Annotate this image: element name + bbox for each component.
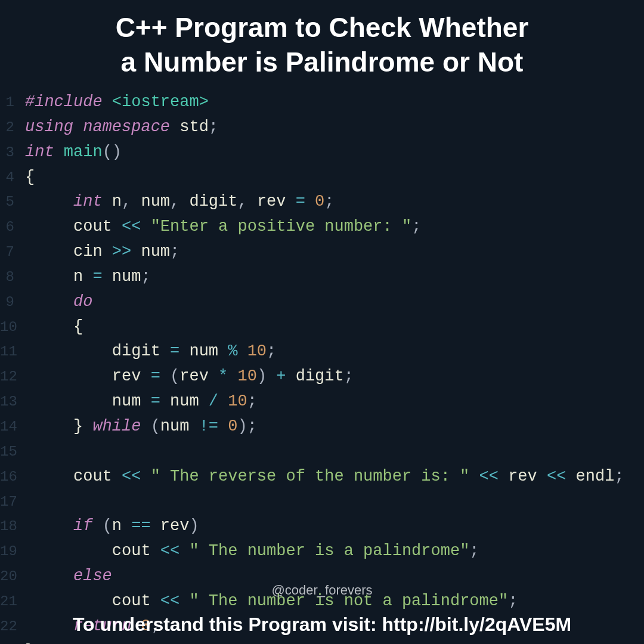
code-line: 6 cout << "Enter a positive number: "; (0, 215, 644, 240)
line-number: 15 (0, 441, 25, 463)
code-line: 14 } while (num != 0); (0, 414, 644, 439)
code-line: 19 cout << " The number is a palindrome"… (0, 539, 644, 564)
code-line: 12 rev = (rev * 10) + digit; (0, 364, 644, 389)
code-content: } (25, 639, 35, 644)
code-line: 17 (0, 490, 644, 515)
line-number: 12 (0, 366, 25, 388)
line-number: 2 (0, 116, 25, 138)
line-number: 17 (0, 491, 25, 513)
code-line: 10 { (0, 315, 644, 340)
line-number: 1 (0, 91, 25, 113)
line-number: 23 (0, 640, 25, 644)
code-content: if (n == rev) (25, 514, 199, 539)
code-content: cin >> num; (25, 240, 179, 265)
line-number: 21 (0, 590, 25, 612)
line-number: 14 (0, 416, 25, 438)
line-number: 5 (0, 191, 25, 213)
code-content (25, 490, 35, 515)
code-content: digit = num % 10; (25, 339, 276, 364)
code-line: 23} (0, 639, 644, 644)
code-content: int n, num, digit, rev = 0; (25, 190, 335, 215)
code-line: 16 cout << " The reverse of the number i… (0, 465, 644, 490)
code-line: 3int main() (0, 140, 644, 165)
title-line-2: a Number is Palindrome or Not (121, 47, 524, 78)
page-title: C++ Program to Check Whether a Number is… (0, 0, 644, 85)
line-number: 13 (0, 391, 25, 413)
line-number: 20 (0, 565, 25, 587)
code-content: { (25, 315, 83, 340)
line-number: 4 (0, 166, 25, 188)
code-content: int main() (25, 140, 122, 165)
line-number: 6 (0, 216, 25, 238)
code-line: 5 int n, num, digit, rev = 0; (0, 190, 644, 215)
line-number: 16 (0, 466, 25, 488)
code-content: do (25, 290, 92, 315)
code-content: cout << "Enter a positive number: "; (25, 215, 421, 240)
title-line-1: C++ Program to Check Whether (116, 12, 529, 43)
code-content: } while (num != 0); (25, 414, 257, 439)
code-content: else (25, 564, 112, 589)
line-number: 3 (0, 141, 25, 163)
code-line: 1#include <iostream> (0, 90, 644, 115)
code-line: 15 (0, 439, 644, 465)
code-content (25, 439, 35, 465)
line-number: 7 (0, 241, 25, 263)
code-line: 18 if (n == rev) (0, 514, 644, 539)
code-line: 7 cin >> num; (0, 240, 644, 265)
code-line: 4{ (0, 165, 644, 190)
line-number: 8 (0, 266, 25, 288)
code-block: 1#include <iostream>2using namespace std… (0, 85, 644, 644)
code-line: 13 num = num / 10; (0, 389, 644, 414)
footer-link-text: To understand this Program visit: http:/… (0, 614, 644, 636)
code-content: { (25, 165, 35, 190)
code-line: 11 digit = num % 10; (0, 339, 644, 364)
code-content: n = num; (25, 265, 151, 290)
code-line: 2using namespace std; (0, 115, 644, 140)
code-content: rev = (rev * 10) + digit; (25, 364, 354, 389)
watermark-handle: @coder_forevers (271, 583, 372, 598)
code-content: cout << " The reverse of the number is: … (25, 465, 624, 490)
line-number: 9 (0, 291, 25, 313)
line-number: 18 (0, 515, 25, 537)
code-content: #include <iostream> (25, 90, 209, 115)
code-content: cout << " The number is a palindrome"; (25, 539, 479, 564)
line-number: 11 (0, 340, 25, 363)
code-content: num = num / 10; (25, 389, 257, 414)
code-content: using namespace std; (25, 115, 218, 140)
code-line: 8 n = num; (0, 265, 644, 290)
code-line: 9 do (0, 290, 644, 315)
line-number: 19 (0, 540, 25, 562)
line-number: 10 (0, 316, 25, 338)
